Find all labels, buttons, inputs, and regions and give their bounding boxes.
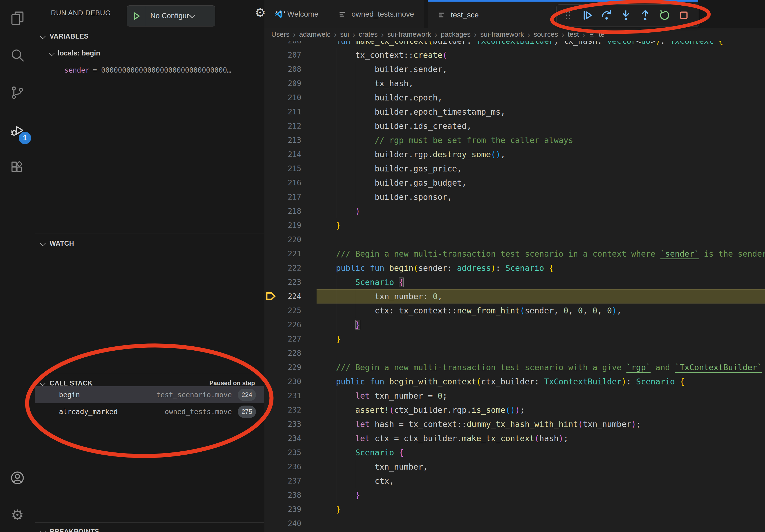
code-line-225[interactable]: 225 ctx: tx_context::new_from_hint(sende… [264, 304, 765, 318]
gutter[interactable]: 206 [264, 41, 317, 48]
debug-stop-button[interactable] [674, 6, 693, 25]
variables-scope-row[interactable]: locals: begin [35, 46, 264, 61]
breadcrumb-item[interactable]: Users [271, 30, 290, 39]
gutter[interactable]: 241 [264, 531, 317, 532]
breadcrumb-file[interactable]: te [589, 30, 605, 39]
gutter[interactable]: 231 [264, 389, 317, 403]
debug-continue-button[interactable] [578, 6, 597, 25]
breadcrumb-item[interactable]: adamwelc [299, 30, 331, 39]
breadcrumb-item[interactable]: test [568, 30, 579, 39]
gutter[interactable]: 232 [264, 403, 317, 417]
code-line-222[interactable]: 222 public fun begin(sender: address): S… [264, 261, 765, 275]
code-line-235[interactable]: 235 Scenario { [264, 445, 765, 460]
breadcrumb-item[interactable]: sui-framework [387, 30, 431, 39]
debug-config-dropdown[interactable]: No Configur [127, 5, 215, 27]
gutter[interactable]: 222 [264, 261, 317, 275]
code-line-217[interactable]: 217 builder.sponsor, [264, 190, 765, 204]
code-line-240[interactable]: 240 [264, 516, 765, 531]
gutter[interactable]: 225 [264, 304, 317, 318]
call-stack-frame-begin[interactable]: begin test_scenario.move 224 [35, 386, 264, 403]
breadcrumb-item[interactable]: sources [534, 30, 558, 39]
tab-welcome[interactable]: Welcome [264, 0, 328, 28]
gear-icon[interactable]: ⚙ [255, 6, 266, 19]
code-line-234[interactable]: 234 let ctx = ctx_builder.make_tx_contex… [264, 431, 765, 445]
gutter[interactable]: 229 [264, 360, 317, 375]
breadcrumb-item[interactable]: sui [340, 30, 349, 39]
code-line-208[interactable]: 208 builder.sender, [264, 62, 765, 76]
code-line-238[interactable]: 238 } [264, 488, 765, 502]
code-line-211[interactable]: 211 builder.epoch_timestamp_ms, [264, 105, 765, 119]
gutter[interactable]: 213 [264, 133, 317, 147]
code-line-220[interactable]: 220 [264, 232, 765, 247]
gutter[interactable]: 221 [264, 247, 317, 261]
code-line-226[interactable]: 226 } [264, 318, 765, 332]
code-line-223[interactable]: 223 Scenario { [264, 275, 765, 289]
gutter[interactable]: 210 [264, 91, 317, 105]
gutter[interactable]: 234 [264, 431, 317, 445]
code-line-239[interactable]: 239 } [264, 502, 765, 516]
code-line-214[interactable]: 214 builder.rgp.destroy_some(), [264, 147, 765, 161]
breadcrumb-item[interactable]: packages [441, 30, 470, 39]
gutter[interactable]: 224 [264, 289, 317, 304]
debug-grip-button[interactable] [558, 6, 578, 25]
gutter[interactable]: 207 [264, 48, 317, 62]
code-line-212[interactable]: 212 builder.ids_created, [264, 119, 765, 133]
code-line-207[interactable]: 207 tx_context::create( [264, 48, 765, 62]
gutter[interactable]: 218 [264, 204, 317, 218]
gutter[interactable]: 211 [264, 105, 317, 119]
gutter[interactable]: 216 [264, 176, 317, 190]
gutter[interactable]: 230 [264, 375, 317, 389]
gutter[interactable]: 217 [264, 190, 317, 204]
section-header-breakpoints[interactable]: BREAKPOINTS [35, 524, 264, 532]
breadcrumb-item[interactable]: sui-framework [480, 30, 524, 39]
sidebar-item-search[interactable] [0, 40, 35, 72]
gutter[interactable]: 235 [264, 445, 317, 460]
code-line-241[interactable]: 241 /// Creates and shares system object… [264, 531, 765, 532]
code-line-206[interactable]: 206 fun make_tx_context(builder: TxConte… [264, 41, 765, 48]
gutter[interactable]: 219 [264, 218, 317, 232]
gutter[interactable]: 212 [264, 119, 317, 133]
gutter[interactable]: 223 [264, 275, 317, 289]
code-line-227[interactable]: 227 } [264, 332, 765, 346]
code-line-236[interactable]: 236 txn_number, [264, 460, 765, 474]
sidebar-item-run-and-debug[interactable]: 1 [0, 115, 35, 147]
code-line-230[interactable]: 230 public fun begin_with_context(ctx_bu… [264, 375, 765, 389]
debug-restart-button[interactable] [655, 6, 674, 25]
gutter[interactable]: 228 [264, 346, 317, 360]
code-line-215[interactable]: 215 builder.gas_price, [264, 161, 765, 176]
code-editor[interactable]: 206 fun make_tx_context(builder: TxConte… [264, 41, 765, 532]
start-debug-button[interactable] [127, 6, 146, 26]
gutter[interactable]: 238 [264, 488, 317, 502]
gutter[interactable]: 208 [264, 62, 317, 76]
section-header-variables[interactable]: VARIABLES [35, 29, 264, 44]
gutter[interactable]: 227 [264, 332, 317, 346]
gutter[interactable]: 209 [264, 76, 317, 91]
code-line-219[interactable]: 219 } [264, 218, 765, 232]
sidebar-item-extensions[interactable] [0, 152, 35, 184]
debug-step-out-button[interactable] [635, 6, 655, 25]
gutter[interactable]: 220 [264, 232, 317, 247]
code-line-229[interactable]: 229 /// Begin a new multi-transaction te… [264, 360, 765, 375]
more-actions-icon[interactable]: ⋯ [275, 5, 287, 19]
code-line-231[interactable]: 231 let txn_number = 0; [264, 389, 765, 403]
debug-step-into-button[interactable] [616, 6, 635, 25]
code-line-237[interactable]: 237 ctx, [264, 474, 765, 488]
code-line-210[interactable]: 210 builder.epoch, [264, 91, 765, 105]
breadcrumb-item[interactable]: crates [359, 30, 378, 39]
sidebar-item-account[interactable] [0, 462, 35, 494]
code-line-221[interactable]: 221 /// Begin a new multi-transaction te… [264, 247, 765, 261]
code-line-213[interactable]: 213 // rgp must be set from the caller a… [264, 133, 765, 147]
gutter[interactable]: 237 [264, 474, 317, 488]
gutter[interactable]: 226 [264, 318, 317, 332]
code-line-216[interactable]: 216 builder.gas_budget, [264, 176, 765, 190]
code-line-209[interactable]: 209 tx_hash, [264, 76, 765, 91]
code-line-218[interactable]: 218 ) [264, 204, 765, 218]
code-line-228[interactable]: 228 [264, 346, 765, 360]
gutter[interactable]: 236 [264, 460, 317, 474]
sidebar-item-settings[interactable]: ⚙ [0, 499, 35, 531]
gutter[interactable]: 214 [264, 147, 317, 161]
code-line-233[interactable]: 233 let hash = tx_context::dummy_tx_hash… [264, 417, 765, 431]
debug-step-over-button[interactable] [597, 6, 616, 25]
tab-owned-tests[interactable]: owned_tests.move [328, 0, 424, 28]
gutter[interactable]: 239 [264, 502, 317, 516]
